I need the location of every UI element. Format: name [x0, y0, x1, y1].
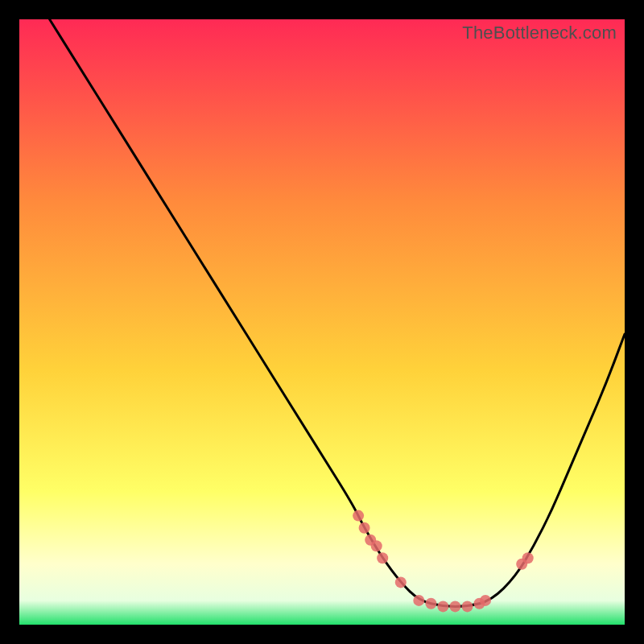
marker-point — [413, 595, 424, 606]
marker-point — [353, 510, 364, 522]
marker-point — [359, 522, 370, 534]
watermark-text: TheBottleneck.com — [462, 23, 617, 43]
marker-point — [462, 601, 473, 612]
marker-point — [522, 552, 534, 564]
bottleneck-chart — [19, 19, 625, 625]
marker-point — [377, 552, 388, 564]
marker-point — [425, 598, 436, 609]
marker-point — [395, 576, 407, 588]
marker-point — [449, 601, 460, 612]
marker-point — [480, 595, 491, 606]
gradient-background — [19, 19, 625, 625]
chart-frame: TheBottleneck.com — [19, 19, 625, 625]
marker-point — [437, 601, 448, 612]
marker-point — [371, 540, 382, 551]
